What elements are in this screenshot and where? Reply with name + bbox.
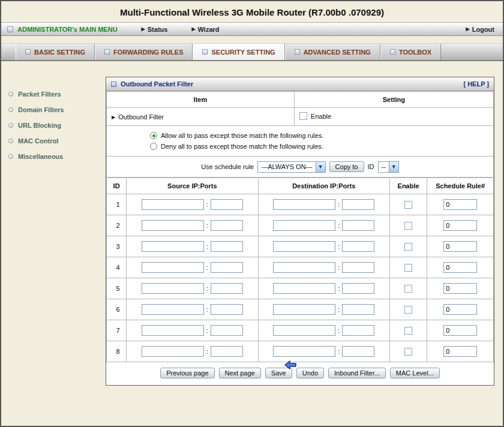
destination-ip-input[interactable] — [273, 283, 335, 294]
sidebar-item-label: Miscellaneous — [18, 153, 63, 160]
schedule-rule-select[interactable]: ---ALWAYS ON--- ▼ — [257, 161, 325, 173]
source-ip-input[interactable] — [142, 346, 204, 357]
menu-status[interactable]: ▶ Status — [142, 26, 168, 33]
destination-ip-input[interactable] — [273, 262, 335, 273]
schedule-rule-input[interactable] — [443, 220, 477, 231]
bullet-icon — [8, 139, 13, 143]
bullet-icon — [8, 107, 13, 112]
rule-enable-checkbox[interactable] — [404, 264, 412, 272]
colon-separator: : — [338, 264, 340, 271]
previous-page-button[interactable]: Previous page — [160, 368, 214, 378]
destination-ports-input[interactable] — [342, 241, 374, 252]
source-ip-input[interactable] — [142, 304, 204, 315]
rule-enable-checkbox[interactable] — [404, 222, 412, 230]
source-ports-input[interactable] — [211, 220, 243, 231]
copy-to-button[interactable]: Copy to — [329, 161, 364, 172]
menu-wizard[interactable]: ▶ Wizard — [191, 26, 219, 33]
tab-toolbox[interactable]: TOOLBOX — [380, 44, 441, 60]
destination-ports-input[interactable] — [342, 325, 374, 336]
source-ports-input[interactable] — [211, 325, 243, 336]
sidebar-item-domain-filters[interactable]: Domain Filters — [1, 102, 103, 118]
destination-ip-input[interactable] — [273, 199, 335, 210]
rule-row-3: 3 : : — [107, 236, 494, 257]
destination-ports-input[interactable] — [342, 220, 374, 231]
rule-id: 4 — [107, 257, 127, 278]
destination-ip-input[interactable] — [273, 220, 335, 231]
schedule-rule-input[interactable] — [443, 304, 477, 315]
tab-forwarding-rules[interactable]: FORWARDING RULES — [95, 44, 193, 60]
sidebar: Packet Filters Domain Filters URL Blocki… — [1, 61, 103, 422]
help-link[interactable]: [ HELP ] — [463, 80, 489, 88]
source-ports-input[interactable] — [211, 283, 243, 294]
source-ip-input[interactable] — [142, 262, 204, 273]
rule-source-cell: : — [127, 236, 258, 257]
colon-separator: : — [206, 348, 208, 355]
schedule-rule-input[interactable] — [443, 346, 477, 357]
tab-basic-setting[interactable]: BASIC SETTING — [16, 44, 95, 60]
tab-advanced-setting[interactable]: ADVANCED SETTING — [285, 44, 380, 60]
destination-ports-input[interactable] — [342, 199, 374, 210]
destination-ip-input[interactable] — [273, 304, 335, 315]
sidebar-item-url-blocking[interactable]: URL Blocking — [1, 118, 103, 133]
rule-row-8: 8 : : — [107, 341, 494, 362]
source-ports-input[interactable] — [211, 262, 243, 273]
rule-source-cell: : — [127, 299, 258, 320]
destination-ports-input[interactable] — [342, 304, 374, 315]
rule-row-6: 6 : : — [107, 299, 494, 320]
destination-ports-input[interactable] — [342, 283, 374, 294]
undo-button[interactable]: Undo — [296, 368, 324, 378]
copy-to-id-select[interactable]: -- ▼ — [378, 161, 399, 173]
source-ports-input[interactable] — [211, 304, 243, 315]
source-ip-input[interactable] — [142, 241, 204, 252]
schedule-rule-input[interactable] — [443, 262, 477, 273]
tab-square-icon — [295, 49, 300, 55]
sidebar-item-mac-control[interactable]: MAC Control — [1, 133, 103, 149]
schedule-rule-input[interactable] — [443, 325, 477, 336]
button-row: Previous page Next page Save Undo Inboun… — [106, 362, 494, 385]
rule-row-7: 7 : : — [107, 320, 494, 341]
destination-ip-input[interactable] — [273, 325, 335, 336]
destination-ports-input[interactable] — [342, 262, 374, 273]
destination-ip-input[interactable] — [273, 241, 335, 252]
policy-allow-option: Allow all to pass except those match the… — [150, 130, 493, 141]
sidebar-item-packet-filters[interactable]: Packet Filters — [1, 86, 103, 102]
sidebar-item-miscellaneous[interactable]: Miscellaneous — [1, 149, 103, 164]
inbound-filter-button[interactable]: Inbound Filter... — [328, 368, 386, 378]
destination-ip-input[interactable] — [273, 346, 335, 357]
outbound-filter-enable-checkbox[interactable] — [299, 112, 307, 120]
next-page-button[interactable]: Next page — [219, 368, 261, 378]
source-ip-input[interactable] — [142, 199, 204, 210]
outbound-packet-filter-panel: Outbound Packet Filter [ HELP ] Item Set… — [106, 77, 494, 386]
schedule-rule-input[interactable] — [443, 283, 477, 294]
source-ports-input[interactable] — [211, 241, 243, 252]
colon-separator: : — [338, 306, 340, 313]
rule-enable-checkbox[interactable] — [404, 327, 412, 335]
colon-separator: : — [338, 201, 340, 208]
source-ip-input[interactable] — [142, 220, 204, 231]
tab-security-setting[interactable]: SECURITY SETTING — [193, 44, 284, 60]
rule-row-1: 1 : : — [107, 194, 494, 215]
rule-destination-cell: : — [258, 215, 389, 236]
colon-separator: : — [338, 243, 340, 250]
menu-logout[interactable]: ▶ Logout — [466, 26, 494, 33]
rule-source-cell: : — [127, 341, 258, 362]
schedule-rule-input[interactable] — [443, 241, 477, 252]
source-ip-input[interactable] — [142, 283, 204, 294]
mac-level-button[interactable]: MAC Level... — [390, 368, 440, 378]
tab-square-icon — [25, 49, 31, 55]
source-ports-input[interactable] — [211, 199, 243, 210]
destination-ports-input[interactable] — [342, 346, 374, 357]
menubar: ADMINISTRATOR's MAIN MENU ▶ Status ▶ Wiz… — [1, 22, 503, 36]
rule-enable-checkbox[interactable] — [404, 243, 412, 251]
rule-enable-checkbox[interactable] — [404, 348, 412, 356]
schedule-rule-input[interactable] — [443, 199, 477, 210]
rule-enable-checkbox[interactable] — [404, 306, 412, 314]
save-button[interactable]: Save — [265, 368, 292, 378]
deny-radio[interactable] — [150, 143, 157, 150]
source-ip-input[interactable] — [142, 325, 204, 336]
allow-radio[interactable] — [150, 132, 157, 139]
rule-enable-checkbox[interactable] — [404, 201, 412, 209]
rule-enable-checkbox[interactable] — [404, 285, 412, 293]
rule-id: 5 — [107, 278, 127, 299]
source-ports-input[interactable] — [211, 346, 243, 357]
